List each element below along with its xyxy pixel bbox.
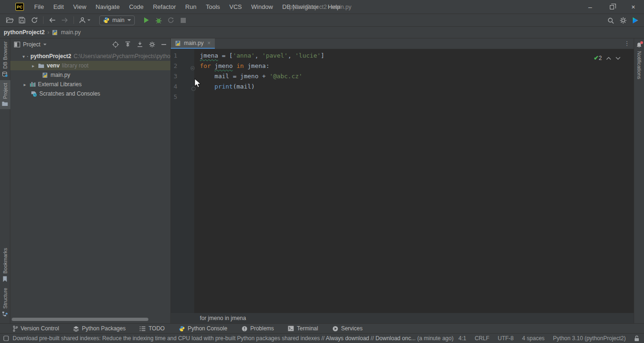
menu-item-run[interactable]: Run — [181, 0, 201, 14]
menu-item-edit[interactable]: Edit — [49, 0, 68, 14]
caret-position-widget[interactable]: 4:1 — [459, 335, 467, 342]
breadcrumb-project[interactable]: pythonProject2 — [4, 29, 44, 36]
next-issue-icon[interactable] — [615, 57, 621, 60]
inspection-widget[interactable]: ✔2 — [593, 53, 621, 63]
close-button[interactable]: × — [622, 0, 644, 14]
status-link-always-download[interactable]: Always download — [326, 335, 369, 342]
bookmark-icon — [2, 276, 7, 282]
chevron-expanded-icon[interactable]: ▾ — [22, 54, 25, 59]
tool-button-python-packages[interactable]: Python Packages — [73, 325, 125, 332]
status-message-area[interactable]: Download pre-built shared indexes: Reduc… — [3, 335, 454, 342]
chevron-down-icon[interactable] — [44, 44, 47, 45]
hide-panel-icon[interactable] — [161, 42, 167, 47]
horizontal-scrollbar[interactable] — [12, 318, 148, 321]
notifications-bell[interactable] — [636, 42, 642, 48]
project-label: Project — [2, 83, 8, 99]
tool-button-terminal[interactable]: Terminal — [288, 325, 318, 332]
code-line[interactable]: print(mail) — [200, 82, 634, 92]
tab-options-icon[interactable]: ⋮ — [624, 40, 630, 47]
menu-item-tools[interactable]: Tools — [201, 0, 225, 14]
menu-item-vcs[interactable]: VCS — [225, 0, 247, 14]
line-ending-widget[interactable]: CRLF — [475, 335, 489, 342]
expand-all-icon[interactable] — [124, 41, 131, 47]
search-everywhere-button[interactable] — [605, 15, 617, 26]
settings-button[interactable] — [617, 15, 629, 26]
tool-button-problems[interactable]: Problems — [242, 325, 274, 332]
fold-marker-start-icon[interactable]: − — [190, 66, 195, 70]
menu-item-file[interactable]: File — [29, 0, 49, 14]
sync-button[interactable] — [28, 15, 40, 26]
run-button[interactable] — [140, 15, 153, 26]
tree-row-main-py[interactable]: main.py — [10, 70, 170, 80]
tool-button-bookmarks[interactable]: Bookmarks — [0, 245, 10, 285]
minimize-button[interactable]: – — [579, 0, 601, 14]
tab-main-py[interactable]: main.py × — [171, 38, 215, 49]
editor-breadcrumb-bar[interactable]: for jmeno in jmena — [171, 313, 634, 323]
forward-button[interactable] — [59, 15, 71, 26]
indent-widget[interactable]: 4 spaces — [522, 335, 545, 342]
pycharm-logo-icon: PC — [15, 3, 24, 11]
code-line[interactable]: jmena = ['anna', 'pavel', 'lucie'] — [200, 51, 634, 61]
line-number[interactable]: 4 — [171, 82, 194, 92]
folder-icon — [2, 101, 8, 106]
line-number[interactable]: 1 — [171, 51, 194, 61]
breadcrumb-file[interactable]: main.py — [61, 29, 80, 36]
tool-button-structure[interactable]: Structure — [0, 285, 10, 320]
restore-button[interactable] — [601, 0, 622, 14]
code-area[interactable]: jmena = ['anna', 'pavel', 'lucie']for jm… — [194, 49, 634, 313]
code-token: 'lucie' — [295, 52, 321, 59]
tool-button-version-control[interactable]: Version Control — [13, 325, 59, 332]
locate-file-icon[interactable] — [112, 41, 119, 48]
menu-item-navigate[interactable]: Navigate — [91, 0, 124, 14]
chevron-collapsed-icon[interactable]: ▸ — [31, 63, 36, 68]
previous-issue-icon[interactable] — [606, 57, 611, 60]
run-configuration-select[interactable]: main — [99, 15, 135, 25]
code-with-me-button[interactable] — [629, 15, 641, 26]
line-number[interactable]: 5 — [171, 92, 194, 102]
lock-icon[interactable] — [634, 336, 639, 342]
run-coverage-button[interactable] — [165, 15, 177, 26]
tree-venv-name: venv — [47, 62, 59, 69]
encoding-widget[interactable]: UTF-8 — [498, 335, 514, 342]
interpreter-widget[interactable]: Python 3.10 (pythonProject2) — [553, 335, 626, 342]
editor-body[interactable]: 12345 jmena = ['anna', 'pavel', 'lucie']… — [171, 49, 634, 313]
code-token: in — [236, 62, 244, 69]
tool-button-python-console[interactable]: Python Console — [179, 325, 227, 332]
editor-breadcrumb[interactable]: for jmeno in jmena — [200, 315, 246, 321]
code-line[interactable]: mail = jmeno + '@abc.cz' — [200, 71, 634, 82]
open-button[interactable] — [4, 15, 16, 26]
menu-item-refactor[interactable]: Refactor — [148, 0, 181, 14]
chevron-collapsed-icon[interactable]: ▸ — [22, 82, 27, 87]
project-tree: ▾ pythonProject2 C:\Users\aneta\PycharmP… — [10, 52, 170, 98]
code-token — [200, 83, 214, 90]
user-profile-button[interactable] — [77, 15, 93, 26]
tree-row-venv[interactable]: ▸ venv library root — [10, 61, 170, 70]
project-panel-title[interactable]: Project — [23, 41, 40, 48]
collapse-all-icon[interactable] — [137, 41, 143, 47]
tool-button-services[interactable]: Services — [332, 325, 363, 332]
tool-button-db-browser[interactable]: DB Browser — [0, 38, 10, 80]
tree-row-project-root[interactable]: ▾ pythonProject2 C:\Users\aneta\PycharmP… — [10, 52, 170, 61]
notifications-label[interactable]: Notifications — [637, 51, 642, 79]
menu-item-window[interactable]: Window — [247, 0, 278, 14]
debug-button[interactable] — [153, 15, 165, 26]
tool-button-project[interactable]: Project — [0, 80, 10, 109]
editor-gutter[interactable]: 12345 — [171, 49, 194, 313]
code-line[interactable] — [200, 92, 634, 102]
menu-item-view[interactable]: View — [68, 0, 91, 14]
profiler-button[interactable] — [177, 15, 189, 26]
menu-item-code[interactable]: Code — [124, 0, 148, 14]
code-line[interactable]: for jmeno in jmena: — [200, 61, 634, 71]
line-number[interactable]: 3 — [171, 71, 194, 82]
tree-row-scratches[interactable]: Scratches and Consoles — [10, 89, 170, 98]
save-button[interactable] — [16, 15, 28, 26]
tab-close-icon[interactable]: × — [207, 40, 211, 46]
status-link-download-once[interactable]: Download onc... — [375, 335, 416, 342]
tool-button-todo[interactable]: TODO — [139, 325, 164, 332]
back-button[interactable] — [46, 15, 59, 26]
panel-settings-gear-icon[interactable] — [149, 41, 155, 48]
window-title: pythonProject2 - main.py — [289, 0, 351, 14]
code-token: jmena — [200, 52, 218, 59]
code-with-me-icon — [632, 17, 639, 24]
tree-row-external-libraries[interactable]: ▸ External Libraries — [10, 80, 170, 89]
